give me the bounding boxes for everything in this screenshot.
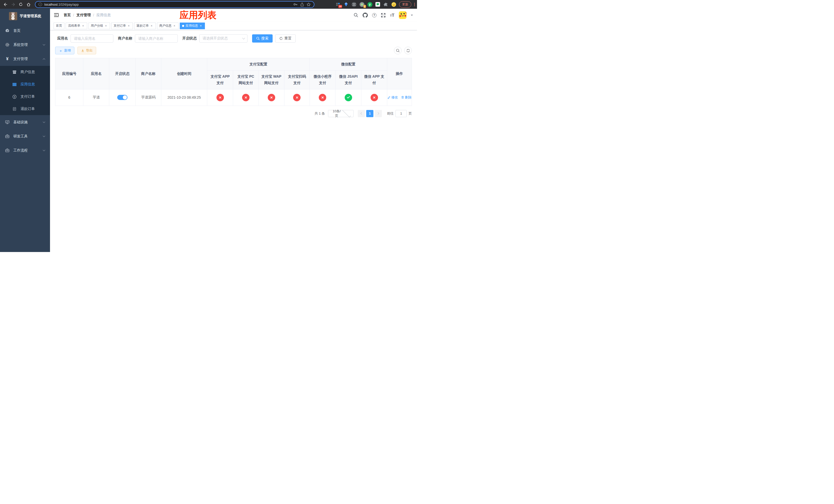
sidebar-item-home[interactable]: 首页 bbox=[0, 24, 50, 38]
col-group-alipay: 支付宝配置 bbox=[207, 58, 310, 70]
header-search-button[interactable] bbox=[354, 13, 358, 18]
breadcrumb-separator: / bbox=[73, 13, 74, 17]
pagination: 共 1 条 10条/页 1 前往 页 bbox=[55, 110, 412, 117]
tab-home[interactable]: 首页 bbox=[53, 23, 64, 29]
gear-icon bbox=[5, 43, 9, 47]
tab-merchant-info[interactable]: 商户信息× bbox=[157, 23, 178, 29]
extension-icon-3[interactable] bbox=[351, 2, 356, 7]
cell-app-name: 芋道 bbox=[83, 89, 109, 106]
refresh-table-button[interactable] bbox=[404, 47, 412, 54]
user-avatar[interactable] bbox=[399, 11, 407, 19]
breadcrumb-section[interactable]: 支付管理 bbox=[76, 13, 91, 18]
app-name-input[interactable] bbox=[70, 35, 113, 43]
store-icon bbox=[12, 70, 17, 74]
extensions-puzzle-icon[interactable] bbox=[383, 2, 388, 7]
col-actions: 操作 bbox=[387, 58, 412, 90]
chevron-right-icon bbox=[377, 112, 379, 115]
cell-merchant-name: 芋道源码 bbox=[135, 89, 161, 106]
active-dot bbox=[182, 25, 184, 27]
toggle-search-button[interactable] bbox=[394, 47, 402, 54]
breadcrumb-home[interactable]: 首页 bbox=[64, 13, 71, 18]
password-key-icon[interactable] bbox=[293, 2, 298, 7]
smiley-avatar-icon bbox=[391, 2, 396, 7]
tab-user-group[interactable]: 用户分组× bbox=[88, 23, 110, 29]
sidebar-item-pay-order[interactable]: ¥ 支付订单 bbox=[0, 91, 50, 103]
search-form: 应用名 商户名称 开启状态 请选择开启状态 搜索 重置 bbox=[55, 35, 412, 43]
reset-button[interactable]: 重置 bbox=[275, 35, 296, 43]
browser-back-button[interactable] bbox=[2, 1, 9, 8]
chevron-down-icon bbox=[43, 121, 45, 123]
enabled-toggle[interactable] bbox=[117, 95, 128, 100]
browser-forward-button[interactable] bbox=[10, 1, 16, 8]
export-button[interactable]: 导出 bbox=[78, 47, 96, 54]
status-wx-jsapi-icon bbox=[345, 94, 352, 101]
delete-button[interactable]: 删除 bbox=[401, 95, 412, 100]
url-text: localhost:1024/pay/app bbox=[44, 3, 79, 6]
sidebar-item-label: 支付管理 bbox=[13, 56, 28, 61]
merchant-name-input[interactable] bbox=[135, 35, 178, 43]
sidebar-item-merchant-info[interactable]: 商户信息 bbox=[0, 66, 50, 78]
chevron-down-icon bbox=[43, 135, 45, 137]
search-button[interactable]: 搜索 bbox=[252, 35, 272, 43]
extension-icon-6[interactable] bbox=[375, 2, 380, 7]
sidebar-item-label: 研发工具 bbox=[13, 134, 28, 139]
status-select[interactable]: 请选择开启状态 bbox=[199, 35, 247, 43]
sidebar-item-label: 商户信息 bbox=[21, 70, 35, 74]
avatar-caret-icon[interactable] bbox=[411, 15, 413, 17]
next-page-button[interactable] bbox=[375, 110, 382, 117]
browser-home-button[interactable] bbox=[25, 1, 32, 8]
tab-process-form[interactable]: 流程表单× bbox=[66, 23, 87, 29]
prev-page-button[interactable] bbox=[358, 110, 365, 117]
chevron-down-icon bbox=[43, 150, 45, 152]
sidebar-item-refund-order[interactable]: 退款订单 bbox=[0, 103, 50, 115]
tab-refund-order[interactable]: 退款订单× bbox=[134, 23, 156, 29]
goto-label: 前往 bbox=[387, 111, 394, 116]
page-number-1[interactable]: 1 bbox=[366, 110, 373, 117]
extension-icon-2[interactable] bbox=[344, 2, 349, 7]
tab-app-info[interactable]: 应用信息× bbox=[180, 23, 205, 29]
edit-button[interactable]: 修改 bbox=[388, 95, 398, 100]
profile-avatar[interactable] bbox=[391, 2, 396, 7]
extension-icon-5[interactable]: y bbox=[367, 2, 372, 7]
share-icon[interactable] bbox=[300, 2, 304, 7]
font-size-button[interactable]: TT bbox=[390, 13, 394, 18]
extension-icon-1[interactable]: 10 bbox=[335, 2, 341, 7]
fullscreen-button[interactable] bbox=[381, 13, 386, 18]
sidebar-item-workflow[interactable]: 工作流程 bbox=[0, 143, 50, 157]
merchant-name-label: 商户名称 bbox=[118, 36, 132, 41]
sidebar-fold-button[interactable] bbox=[54, 13, 59, 17]
address-bar[interactable]: i localhost:1024/pay/app bbox=[35, 1, 314, 8]
svg-text:¥: ¥ bbox=[14, 95, 15, 98]
pikachu-avatar-icon bbox=[399, 11, 407, 19]
cell-app-id: 6 bbox=[56, 89, 83, 106]
browser-menu-icon[interactable] bbox=[414, 3, 415, 6]
col-app-name: 应用名 bbox=[83, 58, 109, 90]
extension-badge: 1 bbox=[364, 5, 366, 8]
sidebar-item-payment[interactable]: ¥ 支付管理 bbox=[0, 52, 50, 66]
bookmark-star-icon[interactable] bbox=[306, 2, 311, 7]
close-icon[interactable]: × bbox=[199, 24, 203, 28]
page-size-select[interactable]: 10条/页 bbox=[328, 110, 354, 117]
app-logo[interactable]: 芋道管理系统 bbox=[0, 9, 50, 24]
goto-page-input[interactable] bbox=[395, 110, 407, 117]
close-icon[interactable]: × bbox=[127, 24, 131, 28]
tab-pay-order[interactable]: 支付订单× bbox=[111, 23, 133, 29]
sidebar-item-label: 系统管理 bbox=[13, 43, 28, 47]
close-icon[interactable]: × bbox=[150, 24, 153, 28]
sidebar-item-system[interactable]: 系统管理 bbox=[0, 38, 50, 52]
sidebar-item-app-info[interactable]: 应用信息 bbox=[0, 78, 50, 91]
extension-icon-4[interactable]: 1 bbox=[359, 2, 365, 7]
add-button[interactable]: ＋ 新增 bbox=[55, 47, 74, 54]
annotation-title: 应用列表 bbox=[179, 10, 216, 20]
help-icon[interactable]: ? bbox=[372, 13, 376, 18]
browser-reload-button[interactable] bbox=[18, 1, 24, 8]
col-open-status: 开启状态 bbox=[109, 58, 135, 90]
close-icon[interactable]: × bbox=[173, 24, 176, 28]
close-icon[interactable]: × bbox=[104, 24, 108, 28]
close-icon[interactable]: × bbox=[81, 24, 85, 28]
sidebar-item-infra[interactable]: 基础设施 bbox=[0, 115, 50, 129]
sidebar-item-dev-tools[interactable]: 研发工具 bbox=[0, 129, 50, 143]
site-info-icon[interactable]: i bbox=[39, 3, 42, 6]
chrome-update-button[interactable]: 更新 bbox=[399, 1, 411, 8]
github-link[interactable] bbox=[363, 13, 368, 18]
